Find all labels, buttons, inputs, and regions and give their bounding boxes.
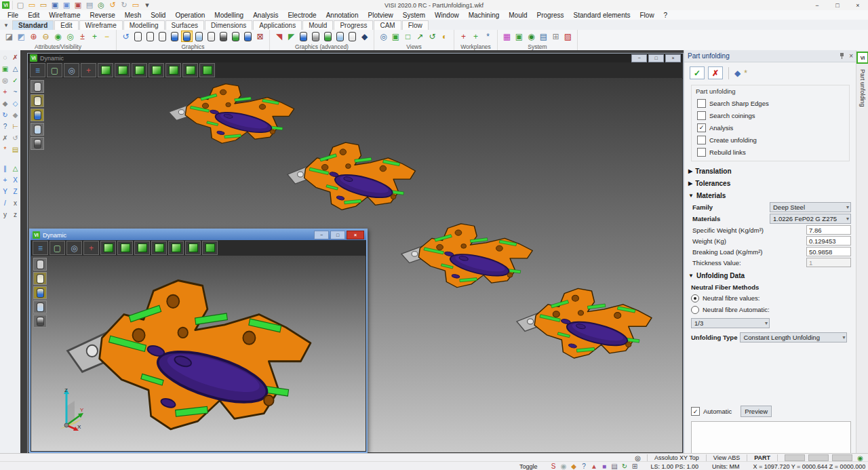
attributes-edit-icon[interactable]: ±	[77, 31, 88, 42]
checkbox-search-sharp-edges[interactable]	[697, 99, 706, 108]
ribbon-tab-wireframe[interactable]: Wireframe	[79, 20, 123, 30]
attributes-layers-icon[interactable]: ◩	[16, 31, 27, 42]
layers-red-icon[interactable]: ▨	[562, 31, 574, 42]
cancel-button[interactable]: ✗	[708, 66, 723, 79]
menu-item-plotview[interactable]: Plotview	[363, 12, 398, 19]
profile-icon[interactable]: ◆	[569, 463, 579, 470]
solid-cube-icon[interactable]: ■	[599, 463, 610, 470]
minimize-button[interactable]: −	[807, 0, 827, 10]
section-materials[interactable]: ▼ Materials	[684, 189, 856, 201]
menu-item-mould[interactable]: Mould	[504, 12, 532, 19]
view-front-icon[interactable]	[132, 63, 147, 77]
workplane-axes-icon[interactable]: +	[458, 31, 469, 42]
layer-construction-icon[interactable]	[31, 80, 44, 93]
visibility-remove-icon[interactable]: −	[101, 31, 113, 42]
preview-button[interactable]: Preview	[741, 406, 772, 417]
detail-title-bar[interactable]: VI Dynamic −□×	[31, 230, 366, 240]
dark-cube-icon[interactable]: ◆	[359, 31, 370, 42]
workplane-status[interactable]: Assoluto XY Top	[652, 454, 702, 461]
view-back-icon[interactable]	[185, 241, 201, 255]
cylinder-export-icon[interactable]	[334, 31, 346, 42]
menu-item-solid[interactable]: Solid	[146, 12, 170, 19]
team-icon[interactable]: ▲	[589, 463, 599, 470]
part-model-2[interactable]	[286, 139, 422, 216]
frame-select-icon[interactable]: ▢	[50, 241, 65, 255]
view-right-icon[interactable]	[149, 63, 164, 77]
cube-gray-icon[interactable]: ◆	[11, 111, 20, 119]
cylinder-gray-icon[interactable]	[310, 31, 321, 42]
search-globe-icon[interactable]: ◎	[96, 1, 106, 9]
dock-tab-label[interactable]: Part unfolding	[859, 69, 866, 107]
delete-icon[interactable]: ✗	[1, 134, 10, 142]
field-input-weight-kg[interactable]: 0.129453	[806, 236, 851, 246]
solid-gray-icon[interactable]: ◆	[1, 99, 10, 108]
layer-hidden-icon[interactable]	[33, 315, 47, 328]
snap-parallel-icon[interactable]: ∥	[1, 164, 10, 173]
selection-icon[interactable]: ◌	[1, 53, 10, 62]
toggle-button[interactable]: Toggle	[517, 463, 540, 470]
selection-badge-icon[interactable]: S	[549, 463, 559, 470]
field-input-specific-weight-kg-dm[interactable]: 7.86	[806, 225, 851, 235]
pin-icon[interactable]	[839, 52, 845, 60]
view-iso-icon[interactable]	[100, 241, 116, 255]
rotate-icon[interactable]: ↻	[620, 463, 630, 470]
shade-remove-icon[interactable]: ◥	[273, 31, 285, 42]
ribbon-tab-standard[interactable]: Standard	[12, 20, 54, 30]
search-settings-icon[interactable]: ◎	[1, 76, 10, 85]
dimension-icon[interactable]: ⊢	[11, 122, 20, 131]
view-shaded-icon[interactable]	[199, 63, 215, 77]
image-settings-icon[interactable]: ▣	[513, 31, 525, 42]
line-free-icon[interactable]: /	[1, 199, 10, 208]
view-left-icon[interactable]	[168, 241, 184, 255]
checklist-icon[interactable]: ✓	[11, 76, 20, 85]
snap-angle-icon[interactable]: △	[11, 164, 20, 173]
section-translation[interactable]: ▶ Translation	[684, 164, 856, 176]
zoom-window-icon[interactable]: □	[402, 31, 414, 42]
curve-edit-icon[interactable]: ~	[11, 87, 20, 96]
ribbon-tab-surfaces[interactable]: Surfaces	[165, 20, 204, 30]
radio-neutral-fibre-values[interactable]	[691, 294, 699, 302]
cylinder-green-icon[interactable]	[230, 31, 241, 42]
view-right-icon[interactable]	[151, 241, 167, 255]
shade-add-icon[interactable]: ◤	[285, 31, 297, 42]
section-unfolding-data[interactable]: ▼ Unfolding Data	[684, 269, 856, 281]
part-status[interactable]: PART	[751, 454, 773, 461]
zoom-dynamic-icon[interactable]: ◎	[378, 31, 389, 42]
line-y-icon[interactable]: y	[1, 210, 10, 219]
help-icon[interactable]: ?	[1, 122, 10, 131]
ribbon-tab-mould[interactable]: Mould	[302, 20, 333, 30]
menu-item-mesh[interactable]: Mesh	[120, 12, 146, 19]
field-select-family[interactable]: Deep Steel▾	[770, 202, 851, 212]
part-model-1[interactable]	[167, 81, 300, 149]
open-folder-icon[interactable]: ▭	[27, 1, 37, 9]
orient-axis-icon[interactable]: +	[83, 241, 99, 255]
view-top-icon[interactable]	[117, 241, 133, 255]
compass-icon[interactable]: △	[11, 64, 20, 73]
visibility-add-icon[interactable]: +	[89, 31, 100, 42]
cylinder-view-icon[interactable]	[298, 31, 309, 42]
new-document-icon[interactable]: ▢	[16, 1, 25, 9]
menu-item-window[interactable]: Window	[430, 12, 464, 19]
cylinder-light-icon[interactable]	[193, 31, 205, 42]
layer-light-icon[interactable]	[31, 123, 44, 136]
cylinder-outline2-icon[interactable]	[144, 31, 156, 42]
traffic-light-add-icon[interactable]: ⊕	[28, 31, 39, 42]
menu-item-progress[interactable]: Progress	[532, 12, 569, 19]
layer-active-icon[interactable]	[31, 109, 44, 121]
minimize-button[interactable]: −	[631, 54, 647, 62]
ribbon-tab-edit[interactable]: Edit	[54, 20, 78, 30]
vi-dock-tab[interactable]: VI	[856, 52, 868, 64]
cylinder-outline-icon[interactable]	[132, 31, 144, 42]
cylinder-delete-icon[interactable]: ⊠	[254, 31, 266, 42]
frame-select-icon[interactable]: ▢	[47, 63, 62, 77]
erase-icon[interactable]: ✗	[11, 53, 20, 62]
panel-close-icon[interactable]: ×	[849, 52, 853, 60]
menu-item-operation[interactable]: Operation	[170, 12, 210, 19]
display-settings-icon[interactable]: ▤	[538, 31, 549, 42]
cylinder-ghost-icon[interactable]	[347, 31, 358, 42]
view-abs-status[interactable]: View ABS	[711, 454, 743, 461]
view-left-icon[interactable]	[165, 63, 181, 77]
field-input-breaking-load-kg-mm[interactable]: 50.9858	[806, 247, 851, 256]
point-axis-icon[interactable]: +	[1, 176, 10, 184]
cylinder-outline3-icon[interactable]	[157, 31, 168, 42]
